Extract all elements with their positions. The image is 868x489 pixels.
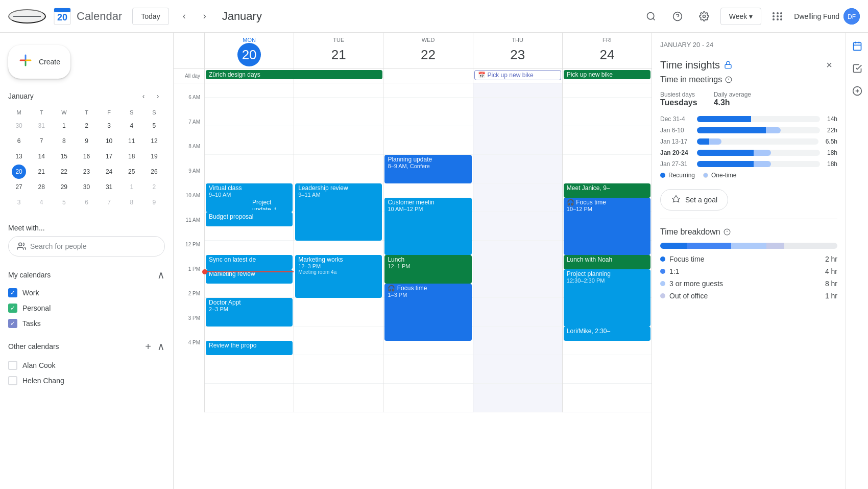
- mini-day-15[interactable]: 15: [57, 149, 71, 164]
- personal-checkbox[interactable]: ✓: [8, 304, 17, 313]
- event-zurich-design-days[interactable]: Zürich design days: [206, 70, 382, 79]
- event-sync[interactable]: Sync on latest de: [206, 255, 293, 269]
- day-num-fri[interactable]: 24: [595, 43, 619, 66]
- mini-day-6[interactable]: 6: [12, 134, 26, 148]
- mini-day-18[interactable]: 18: [125, 149, 139, 164]
- work-checkbox[interactable]: ✓: [8, 288, 17, 297]
- mini-day-20[interactable]: 20: [12, 165, 26, 179]
- event-out-of-office[interactable]: 📅 Pick up new bike: [474, 70, 561, 80]
- mini-day-11[interactable]: 11: [125, 134, 139, 148]
- add-note-button[interactable]: [848, 82, 866, 100]
- mini-day-10[interactable]: 10: [102, 134, 116, 148]
- mini-day-14[interactable]: 14: [34, 149, 49, 164]
- event-project-update[interactable]: Project update, t: [249, 198, 293, 210]
- day-num-thu[interactable]: 23: [506, 43, 529, 66]
- search-people-field[interactable]: Search for people: [8, 236, 165, 257]
- calendar-tasks[interactable]: ✓ Tasks: [8, 316, 165, 331]
- mini-day-23[interactable]: 23: [79, 165, 93, 179]
- mini-day-28[interactable]: 28: [34, 180, 49, 194]
- create-button[interactable]: Create: [8, 45, 70, 79]
- calendar-view-button[interactable]: [848, 37, 866, 55]
- mini-next-button[interactable]: ›: [151, 89, 165, 103]
- mini-day-5[interactable]: 5: [147, 119, 161, 133]
- calendar-personal[interactable]: ✓ Personal: [8, 300, 165, 316]
- event-focus-time-fri[interactable]: 🎧 Focus time 10–12 PM: [564, 198, 650, 255]
- mini-day-21[interactable]: 21: [34, 165, 49, 179]
- mini-day-4[interactable]: 4: [125, 119, 139, 133]
- mini-day-26[interactable]: 26: [147, 165, 161, 179]
- mini-day-1-feb[interactable]: 1: [125, 180, 139, 194]
- day-num-mon[interactable]: 20: [237, 43, 261, 66]
- mini-day-13[interactable]: 13: [12, 149, 26, 164]
- mini-day-19[interactable]: 19: [147, 149, 161, 164]
- event-lunch-noah[interactable]: Lunch with Noah: [564, 255, 650, 269]
- event-pick-up-bike[interactable]: Pick up new bike: [564, 70, 650, 79]
- help-button[interactable]: [667, 6, 688, 27]
- today-button[interactable]: Today: [132, 8, 168, 25]
- mini-day-6-feb[interactable]: 6: [79, 195, 93, 209]
- mini-day-31[interactable]: 31: [102, 180, 116, 194]
- settings-button[interactable]: [694, 6, 714, 27]
- event-review-proposal[interactable]: Review the propo: [206, 341, 293, 355]
- set-goal-button[interactable]: Set a goal: [660, 189, 728, 211]
- event-project-planning[interactable]: Project planning 12:30–2:30 PM: [564, 269, 650, 327]
- apps-button[interactable]: [767, 6, 788, 27]
- event-doctor-appt[interactable]: Doctor Appt 2–3 PM: [206, 298, 293, 327]
- hamburger-button[interactable]: [8, 9, 46, 24]
- calendar-alan-cook[interactable]: Alan Cook: [8, 358, 165, 373]
- event-lori-mike[interactable]: Lori/Mike, 2:30–: [564, 327, 650, 341]
- other-calendars-header[interactable]: Other calendars + ∧: [8, 335, 165, 358]
- mini-day-17[interactable]: 17: [102, 149, 116, 164]
- tasks-checkbox[interactable]: ✓: [8, 319, 17, 328]
- mini-day-3[interactable]: 3: [102, 119, 116, 133]
- helen-checkbox[interactable]: [8, 376, 17, 385]
- my-calendars-header[interactable]: My calendars ∧: [8, 265, 165, 285]
- mini-day-12[interactable]: 12: [147, 134, 161, 148]
- mini-day-2[interactable]: 2: [79, 119, 93, 133]
- app-logo[interactable]: 20 Calendar: [52, 6, 122, 27]
- mini-day-30[interactable]: 30: [79, 180, 93, 194]
- check-button[interactable]: [848, 59, 866, 78]
- event-budget-proposal[interactable]: Budget proposal: [206, 212, 293, 226]
- event-planning-update[interactable]: Planning update 8–9 AM, Confere: [384, 155, 471, 183]
- mini-day-5-feb[interactable]: 5: [57, 195, 71, 209]
- mini-day-2-feb[interactable]: 2: [147, 180, 161, 194]
- account-info[interactable]: Dwelling Fund DF: [794, 8, 860, 25]
- event-focus-time-wed[interactable]: 🎧 Focus time 1–3 PM: [384, 284, 471, 341]
- mini-day-9[interactable]: 9: [79, 134, 93, 148]
- mini-day-8-feb[interactable]: 8: [125, 195, 139, 209]
- event-leadership-review[interactable]: Leadership review 9–11 AM: [295, 183, 382, 241]
- event-marketing-workshop[interactable]: Marketing works 12–3 PM Meeting room 4a: [295, 255, 382, 298]
- prev-button[interactable]: ‹: [175, 7, 194, 26]
- mini-day-9-feb[interactable]: 9: [147, 195, 161, 209]
- view-selector[interactable]: Week ▾: [720, 8, 762, 25]
- mini-day-31-dec[interactable]: 31: [34, 119, 49, 133]
- add-calendar-button[interactable]: +: [141, 339, 155, 354]
- mini-day-29[interactable]: 29: [57, 180, 71, 194]
- mini-day-3-feb[interactable]: 3: [12, 195, 26, 209]
- calendar-work[interactable]: ✓ Work: [8, 285, 165, 300]
- mini-day-8[interactable]: 8: [57, 134, 71, 148]
- mini-day-30-dec[interactable]: 30: [12, 119, 26, 133]
- close-insights-button[interactable]: ×: [821, 57, 837, 73]
- event-meet-janice[interactable]: Meet Janice, 9–: [564, 183, 650, 198]
- next-button[interactable]: ›: [196, 7, 214, 26]
- mini-day-7-feb[interactable]: 7: [102, 195, 116, 209]
- mini-day-7[interactable]: 7: [34, 134, 49, 148]
- event-lunch-wed[interactable]: Lunch 12–1 PM: [384, 255, 471, 284]
- event-customer-meeting[interactable]: Customer meetin 10 AM–12 PM: [384, 198, 471, 255]
- mini-day-25[interactable]: 25: [125, 165, 139, 179]
- mini-prev-button[interactable]: ‹: [136, 89, 151, 103]
- mini-day-16[interactable]: 16: [79, 149, 93, 164]
- mini-day-1[interactable]: 1: [57, 119, 71, 133]
- day-num-wed[interactable]: 22: [416, 43, 440, 66]
- day-num-tue[interactable]: 21: [327, 43, 350, 66]
- calendar-helen-chang[interactable]: Helen Chang: [8, 373, 165, 388]
- mini-day-22[interactable]: 22: [57, 165, 71, 179]
- search-button[interactable]: [641, 6, 661, 27]
- mini-day-27[interactable]: 27: [12, 180, 26, 194]
- alan-checkbox[interactable]: [8, 361, 17, 370]
- mini-day-4-feb[interactable]: 4: [34, 195, 49, 209]
- avatar[interactable]: DF: [843, 8, 860, 25]
- mini-day-24[interactable]: 24: [102, 165, 116, 179]
